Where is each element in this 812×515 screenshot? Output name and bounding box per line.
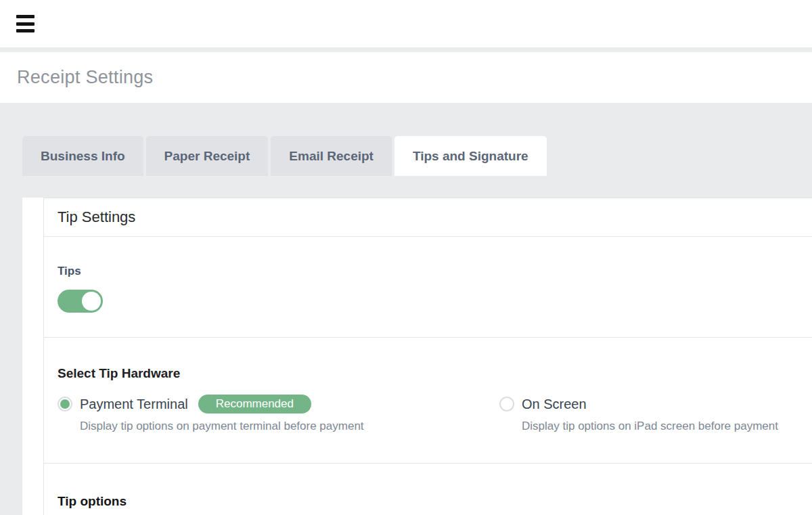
tip-hardware-heading: Select Tip Hardware (58, 366, 799, 381)
hamburger-bar (16, 29, 35, 32)
hamburger-bar (16, 22, 35, 26)
option-description: Display tip options on payment terminal … (80, 419, 499, 434)
page-title: Receipt Settings (17, 67, 153, 88)
option-payment-terminal: Payment Terminal Recommended Display tip… (58, 395, 499, 434)
page-header: Receipt Settings (0, 52, 812, 103)
tab-bar: Business Info Paper Receipt Email Receip… (0, 103, 812, 176)
radio-unselected-icon[interactable] (499, 397, 514, 411)
recommended-badge: Recommended (198, 395, 311, 413)
divider (0, 47, 812, 52)
option-on-screen: On Screen Display tip options on iPad sc… (499, 395, 799, 434)
tip-options-section: Tip options (44, 464, 812, 515)
main-content-area: Business Info Paper Receipt Email Receip… (0, 103, 812, 515)
top-app-bar (0, 0, 812, 47)
card-title: Tip Settings (44, 198, 812, 237)
tips-section: Tips (44, 237, 812, 338)
radio-selected-icon[interactable] (58, 397, 72, 411)
radio-option-payment-terminal[interactable]: Payment Terminal Recommended (58, 395, 499, 413)
tab-tips-and-signature[interactable]: Tips and Signature (394, 136, 547, 176)
tips-toggle[interactable] (58, 290, 103, 313)
toggle-knob (82, 292, 101, 311)
tips-label: Tips (58, 264, 799, 279)
option-label: Payment Terminal (80, 395, 188, 413)
hamburger-menu-icon[interactable] (16, 15, 35, 32)
tip-hardware-section: Select Tip Hardware Payment Terminal Rec… (44, 338, 812, 464)
tip-options-heading: Tip options (58, 494, 799, 509)
radio-option-on-screen[interactable]: On Screen (499, 395, 799, 413)
tab-paper-receipt[interactable]: Paper Receipt (146, 136, 269, 176)
option-description: Display tip options on iPad screen befor… (522, 419, 799, 434)
tab-content-panel: Tip Settings Tips Select Tip Hardware Pa… (22, 198, 812, 515)
tab-business-info[interactable]: Business Info (22, 136, 143, 176)
hardware-options-row: Payment Terminal Recommended Display tip… (58, 395, 799, 434)
tip-settings-card: Tip Settings Tips Select Tip Hardware Pa… (43, 198, 812, 515)
option-label: On Screen (522, 395, 587, 413)
hamburger-bar (16, 15, 35, 18)
tab-email-receipt[interactable]: Email Receipt (271, 136, 392, 176)
